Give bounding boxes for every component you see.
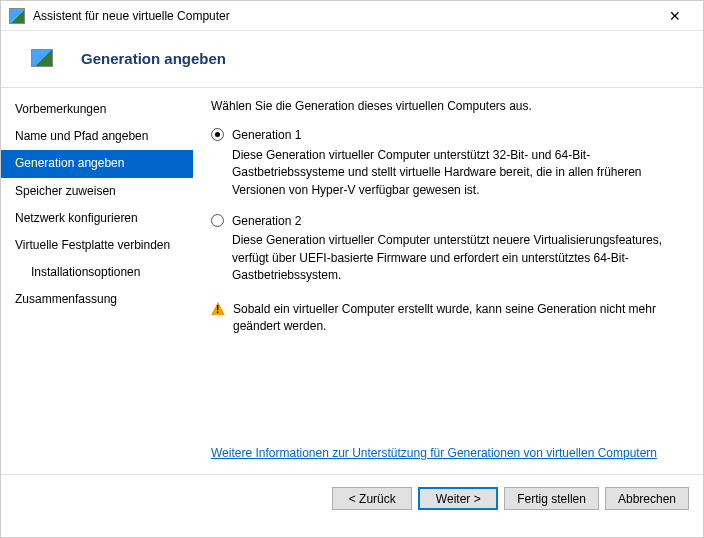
gen2-description: Diese Generation virtueller Computer unt… — [232, 232, 685, 284]
wizard-content: Wählen Sie die Generation dieses virtuel… — [193, 88, 703, 474]
page-title: Generation angeben — [81, 50, 226, 67]
wizard-header: Generation angeben — [1, 31, 703, 88]
app-icon — [9, 8, 25, 24]
step-vorbemerkungen[interactable]: Vorbemerkungen — [1, 96, 193, 123]
titlebar: Assistent für neue virtuelle Computer ✕ — [1, 1, 703, 31]
step-zusammenfassung[interactable]: Zusammenfassung — [1, 286, 193, 313]
wizard-footer: < Zurück Weiter > Fertig stellen Abbrech… — [1, 474, 703, 522]
window-title: Assistent für neue virtuelle Computer — [33, 9, 655, 23]
step-generation[interactable]: Generation angeben — [1, 150, 193, 177]
radio-icon — [211, 128, 224, 141]
warning-text: Sobald ein virtueller Computer erstellt … — [233, 301, 685, 336]
radio-icon — [211, 214, 224, 227]
cancel-button[interactable]: Abbrechen — [605, 487, 689, 510]
wizard-steps-sidebar: Vorbemerkungen Name und Pfad angeben Gen… — [1, 88, 193, 474]
step-netzwerk[interactable]: Netzwerk konfigurieren — [1, 205, 193, 232]
finish-button[interactable]: Fertig stellen — [504, 487, 599, 510]
radio-label: Generation 1 — [232, 127, 301, 144]
radio-generation-1[interactable]: Generation 1 — [211, 127, 685, 144]
back-button[interactable]: < Zurück — [332, 487, 412, 510]
close-button[interactable]: ✕ — [655, 2, 695, 30]
warning-row: Sobald ein virtueller Computer erstellt … — [211, 301, 685, 336]
step-name-pfad[interactable]: Name und Pfad angeben — [1, 123, 193, 150]
gen1-description: Diese Generation virtueller Computer unt… — [232, 147, 685, 199]
warning-icon — [211, 302, 225, 315]
generation-radio-group: Generation 1 Diese Generation virtueller… — [211, 127, 685, 290]
next-button[interactable]: Weiter > — [418, 487, 498, 510]
vm-icon — [31, 49, 53, 67]
step-speicher[interactable]: Speicher zuweisen — [1, 178, 193, 205]
radio-generation-2[interactable]: Generation 2 — [211, 213, 685, 230]
intro-text: Wählen Sie die Generation dieses virtuel… — [211, 98, 685, 115]
radio-label: Generation 2 — [232, 213, 301, 230]
close-icon: ✕ — [669, 8, 681, 24]
step-installationsoptionen[interactable]: Installationsoptionen — [1, 259, 193, 286]
step-festplatte[interactable]: Virtuelle Festplatte verbinden — [1, 232, 193, 259]
info-link[interactable]: Weitere Informationen zur Unterstützung … — [211, 445, 685, 462]
